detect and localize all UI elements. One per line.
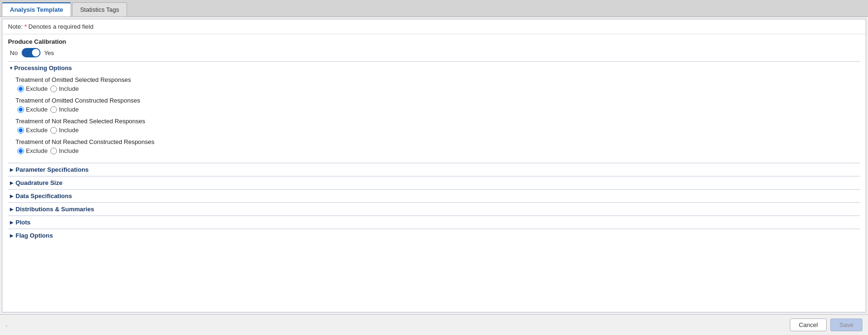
- processing-options-section: ▾ Processing Options Treatment of Omitte…: [8, 61, 860, 163]
- quadrature-size-section[interactable]: ▶ Quadrature Size: [8, 176, 860, 189]
- include-omitted-selected-option[interactable]: Include: [50, 85, 79, 92]
- include-not-reached-constructed-radio-label: Include: [59, 147, 79, 154]
- treatment-omitted-selected-radios: Exclude Include: [17, 85, 852, 92]
- treatment-not-reached-constructed-radios: Exclude Include: [17, 147, 852, 154]
- distributions-summaries-section[interactable]: ▶ Distributions & Summaries: [8, 202, 860, 215]
- processing-options-header[interactable]: ▾ Processing Options: [8, 62, 860, 74]
- save-button[interactable]: Save: [830, 319, 862, 331]
- note-prefix: Note:: [8, 23, 24, 30]
- data-specifications-label: Data Specifications: [16, 192, 72, 199]
- exclude-omitted-selected-option[interactable]: Exclude: [17, 85, 48, 92]
- note-text: Denotes a required field: [27, 23, 94, 30]
- bottom-bar: - Cancel Save: [0, 314, 868, 335]
- plots-chevron: ▶: [10, 220, 14, 225]
- parameter-specifications-label: Parameter Specifications: [16, 166, 88, 173]
- content-area: Note: * Denotes a required field Produce…: [2, 19, 866, 312]
- exclude-not-reached-constructed-option[interactable]: Exclude: [17, 147, 48, 154]
- toggle-slider: [22, 48, 40, 57]
- plots-label: Plots: [16, 219, 31, 226]
- include-omitted-constructed-radio-label: Include: [59, 106, 79, 113]
- treatment-not-reached-constructed: Treatment of Not Reached Constructed Res…: [16, 138, 852, 154]
- include-not-reached-constructed-option[interactable]: Include: [50, 147, 79, 154]
- toggle-row: No Yes: [10, 48, 860, 57]
- exclude-not-reached-constructed-radio[interactable]: [17, 148, 24, 154]
- treatment-omitted-selected-label: Treatment of Omitted Selected Responses: [16, 76, 852, 83]
- treatment-not-reached-constructed-label: Treatment of Not Reached Constructed Res…: [16, 138, 852, 145]
- exclude-omitted-constructed-option[interactable]: Exclude: [17, 106, 48, 113]
- treatment-not-reached-selected-radios: Exclude Include: [17, 127, 852, 134]
- exclude-omitted-selected-radio-label: Exclude: [26, 85, 48, 92]
- scroll-indicator: -: [6, 322, 8, 328]
- exclude-not-reached-constructed-radio-label: Exclude: [26, 147, 48, 154]
- include-omitted-selected-radio-label: Include: [59, 85, 79, 92]
- treatment-omitted-constructed-radios: Exclude Include: [17, 106, 852, 113]
- include-omitted-selected-radio[interactable]: [50, 86, 57, 92]
- produce-calibration-section: Produce Calibration No Yes: [8, 38, 860, 57]
- main-container: Analysis Template Statistics Tags Note: …: [0, 0, 868, 335]
- include-not-reached-selected-radio-label: Include: [59, 127, 79, 134]
- produce-calibration-toggle[interactable]: [22, 48, 40, 57]
- include-omitted-constructed-option[interactable]: Include: [50, 106, 79, 113]
- distributions-summaries-chevron: ▶: [10, 207, 14, 212]
- treatment-not-reached-selected-label: Treatment of Not Reached Selected Respon…: [16, 118, 852, 125]
- tab-bar: Analysis Template Statistics Tags: [0, 0, 868, 17]
- include-omitted-constructed-radio[interactable]: [50, 106, 57, 113]
- treatment-omitted-constructed-label: Treatment of Omitted Constructed Respons…: [16, 97, 852, 104]
- exclude-not-reached-selected-radio[interactable]: [17, 127, 24, 134]
- treatment-omitted-constructed: Treatment of Omitted Constructed Respons…: [16, 97, 852, 113]
- treatment-omitted-selected: Treatment of Omitted Selected Responses …: [16, 76, 852, 92]
- flag-options-section[interactable]: ▶ Flag Options: [8, 229, 860, 242]
- exclude-not-reached-selected-option[interactable]: Exclude: [17, 127, 48, 134]
- distributions-summaries-label: Distributions & Summaries: [16, 206, 94, 213]
- cancel-button[interactable]: Cancel: [790, 319, 827, 331]
- scrollable-content[interactable]: Produce Calibration No Yes ▾ Processing …: [2, 34, 866, 312]
- processing-options-label: Processing Options: [14, 64, 72, 72]
- exclude-omitted-constructed-radio-label: Exclude: [26, 106, 48, 113]
- flag-options-chevron: ▶: [10, 233, 14, 238]
- toggle-no-label: No: [10, 49, 18, 56]
- data-specifications-section[interactable]: ▶ Data Specifications: [8, 189, 860, 202]
- produce-calibration-title: Produce Calibration: [8, 38, 860, 45]
- flag-options-label: Flag Options: [16, 232, 53, 239]
- treatment-not-reached-selected: Treatment of Not Reached Selected Respon…: [16, 118, 852, 134]
- parameter-specifications-section[interactable]: ▶ Parameter Specifications: [8, 163, 860, 176]
- data-specifications-chevron: ▶: [10, 193, 14, 199]
- include-not-reached-selected-radio[interactable]: [50, 127, 57, 134]
- toggle-yes-label: Yes: [44, 49, 54, 56]
- plots-section[interactable]: ▶ Plots: [8, 215, 860, 229]
- exclude-omitted-selected-radio[interactable]: [17, 86, 24, 92]
- include-not-reached-constructed-radio[interactable]: [50, 148, 57, 154]
- tab-analysis-template[interactable]: Analysis Template: [2, 2, 71, 16]
- quadrature-size-chevron: ▶: [10, 180, 14, 185]
- processing-options-chevron: ▾: [10, 65, 12, 71]
- quadrature-size-label: Quadrature Size: [16, 179, 63, 186]
- include-not-reached-selected-option[interactable]: Include: [50, 127, 79, 134]
- tab-statistics-tags[interactable]: Statistics Tags: [72, 2, 127, 16]
- exclude-omitted-constructed-radio[interactable]: [17, 106, 24, 113]
- processing-options-body: Treatment of Omitted Selected Responses …: [8, 74, 860, 163]
- parameter-specifications-chevron: ▶: [10, 167, 14, 172]
- exclude-not-reached-selected-radio-label: Exclude: [26, 127, 48, 134]
- note-bar: Note: * Denotes a required field: [2, 19, 866, 34]
